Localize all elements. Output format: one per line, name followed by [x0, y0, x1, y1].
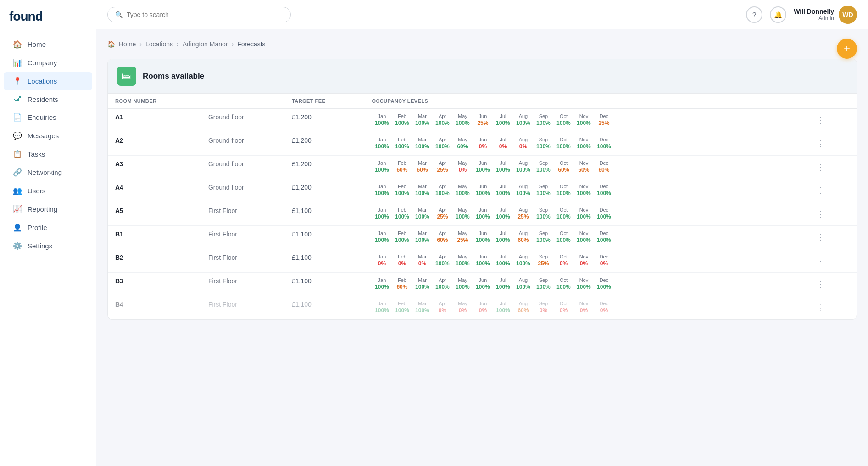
occ-month-jul: Jul 100% [493, 184, 513, 197]
occ-month-sep: Sep 100% [533, 113, 553, 126]
occ-month-oct: Oct 0% [553, 254, 573, 267]
floor-label: First Floor [201, 202, 284, 226]
main-nav: 🏠 Home 📊 Company 📍 Locations 🛋 Residents… [0, 35, 96, 255]
room-number: A4 [108, 179, 201, 202]
row-actions[interactable]: ⋮ [806, 179, 857, 202]
occ-month-nov: Nov 100% [573, 113, 594, 126]
occupancy-levels: Jan 100% Feb 100% Mar 100% Apr 100% May … [364, 179, 805, 202]
company-icon: 📊 [13, 58, 22, 67]
sidebar-item-home[interactable]: 🏠 Home [4, 35, 92, 53]
row-menu-button[interactable]: ⋮ [813, 160, 849, 174]
sidebar-item-residents[interactable]: 🛋 Residents [4, 90, 92, 108]
occ-month-sep: Sep 25% [533, 254, 553, 267]
occ-month-nov: Nov 100% [573, 230, 594, 243]
row-menu-button[interactable]: ⋮ [813, 184, 849, 197]
table-body: A1 Ground floor £1,200 Jan 100% Feb 100%… [108, 109, 857, 320]
sidebar-item-tasks[interactable]: 📋 Tasks [4, 145, 92, 163]
occ-month-jan: Jan 100% [372, 301, 392, 314]
row-menu-button[interactable]: ⋮ [813, 113, 849, 127]
occ-month-jul: Jul 100% [493, 230, 513, 243]
breadcrumb-sep-2: › [177, 40, 179, 48]
search-input[interactable] [127, 11, 283, 18]
occ-month-aug: Aug 100% [513, 160, 533, 173]
sidebar-item-label: Profile [28, 224, 47, 231]
sidebar-item-company[interactable]: 📊 Company [4, 54, 92, 72]
occ-month-feb: Feb 100% [392, 113, 412, 126]
breadcrumb-property[interactable]: Adington Manor [183, 40, 228, 48]
card-icon: 🛏 [117, 67, 136, 86]
sidebar-item-settings[interactable]: ⚙️ Settings [4, 237, 92, 255]
occ-month-dec: Dec 100% [594, 277, 614, 290]
occ-month-oct: Oct 100% [553, 207, 573, 220]
rooms-card: 🛏 Rooms available ROOM NUMBER TARGET FEE… [107, 59, 857, 320]
sidebar-item-label: Enquiries [28, 113, 56, 121]
target-fee: £1,200 [284, 109, 364, 132]
occ-month-feb: Feb 100% [392, 230, 412, 243]
floor-label: Ground floor [201, 109, 284, 132]
occ-month-jan: Jan 100% [372, 184, 392, 197]
search-box[interactable]: 🔍 [107, 7, 291, 22]
sidebar-item-reporting[interactable]: 📈 Reporting [4, 200, 92, 218]
breadcrumb-home[interactable]: Home [119, 40, 136, 48]
avatar[interactable]: WD [839, 6, 857, 24]
occ-month-mar: Mar 100% [412, 277, 432, 290]
sidebar-item-profile[interactable]: 👤 Profile [4, 219, 92, 236]
row-actions[interactable]: ⋮ [806, 109, 857, 132]
target-fee: £1,200 [284, 132, 364, 156]
add-button[interactable]: + [837, 39, 857, 59]
occ-month-feb: Feb 60% [392, 277, 412, 290]
room-number: A1 [108, 109, 201, 132]
row-actions[interactable]: ⋮ [806, 156, 857, 179]
occ-month-oct: Oct 0% [553, 301, 573, 314]
floor-label: First Floor [201, 226, 284, 249]
row-actions[interactable]: ⋮ [806, 296, 857, 320]
occ-month-feb: Feb 100% [392, 207, 412, 220]
sidebar-item-enquiries[interactable]: 📄 Enquiries [4, 108, 92, 126]
occ-month-jun: Jun 25% [473, 113, 493, 126]
sidebar-item-locations[interactable]: 📍 Locations [4, 72, 92, 90]
help-button[interactable]: ? [746, 6, 762, 23]
occ-month-nov: Nov 0% [573, 254, 594, 267]
occ-month-mar: Mar 100% [412, 137, 432, 150]
occ-month-jun: Jun 100% [473, 277, 493, 290]
occ-month-sep: Sep 100% [533, 207, 553, 220]
table-row: A3 Ground floor £1,200 Jan 100% Feb 60% … [108, 156, 857, 179]
occ-month-oct: Oct 100% [553, 230, 573, 243]
occ-month-mar: Mar 100% [412, 184, 432, 197]
occ-month-jun: Jun 100% [473, 184, 493, 197]
breadcrumb-locations[interactable]: Locations [145, 40, 173, 48]
sidebar-item-messages[interactable]: 💬 Messages [4, 127, 92, 145]
home-icon: 🏠 [13, 40, 22, 49]
target-fee: £1,200 [284, 156, 364, 179]
occ-month-dec: Dec 100% [594, 207, 614, 220]
row-menu-button[interactable]: ⋮ [813, 207, 849, 221]
occ-month-nov: Nov 100% [573, 207, 594, 220]
row-actions[interactable]: ⋮ [806, 273, 857, 296]
sidebar-item-users[interactable]: 👥 Users [4, 182, 92, 200]
occ-month-dec: Dec 60% [594, 160, 614, 173]
row-menu-button[interactable]: ⋮ [813, 230, 849, 244]
occ-month-sep: Sep 100% [533, 184, 553, 197]
row-actions[interactable]: ⋮ [806, 202, 857, 226]
notifications-button[interactable]: 🔔 [770, 6, 786, 23]
row-menu-button[interactable]: ⋮ [813, 277, 849, 291]
occ-month-apr: Apr 100% [432, 113, 452, 126]
occ-month-aug: Aug 25% [513, 207, 533, 220]
occ-month-dec: Dec 100% [594, 230, 614, 243]
occupancy-levels: Jan 100% Feb 100% Mar 100% Apr 60% May 2… [364, 226, 805, 249]
floor-label: First Floor [201, 249, 284, 273]
row-menu-button[interactable]: ⋮ [813, 254, 849, 268]
table-row: A5 First Floor £1,100 Jan 100% Feb 100% … [108, 202, 857, 226]
target-fee: £1,200 [284, 179, 364, 202]
row-actions[interactable]: ⋮ [806, 132, 857, 156]
row-actions[interactable]: ⋮ [806, 226, 857, 249]
occ-month-jan: Jan 100% [372, 207, 392, 220]
occ-month-may: May 60% [452, 137, 473, 150]
row-actions[interactable]: ⋮ [806, 249, 857, 273]
row-menu-button[interactable]: ⋮ [813, 137, 849, 151]
occ-month-aug: Aug 100% [513, 277, 533, 290]
occupancy-levels: Jan 100% Feb 60% Mar 60% Apr 25% May 0% … [364, 156, 805, 179]
sidebar-item-networking[interactable]: 🔗 Networking [4, 163, 92, 181]
row-menu-button[interactable]: ⋮ [813, 301, 849, 314]
occ-month-jan: Jan 100% [372, 137, 392, 150]
